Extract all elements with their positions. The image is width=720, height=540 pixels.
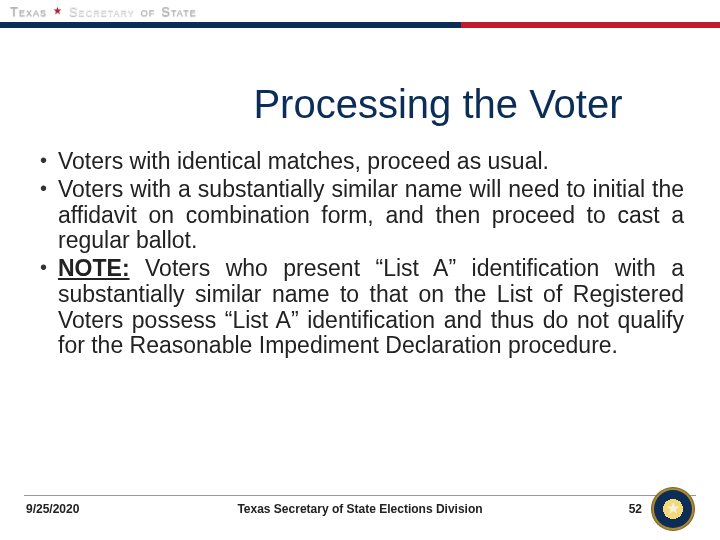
- brand-word-of: of: [141, 4, 156, 19]
- bullet-text: Voters with a substantially similar name…: [58, 176, 684, 254]
- brand-word-secretary: Secretary: [69, 4, 135, 19]
- seal-icon: [652, 488, 694, 530]
- bullet-text: Voters who present “List A” identificati…: [58, 255, 684, 358]
- header-accent-bar: [0, 22, 720, 28]
- slide: Texas ★ Secretary of State Processing th…: [0, 0, 720, 540]
- slide-header: Texas ★ Secretary of State: [0, 0, 720, 58]
- bullet-list: Voters with identical matches, proceed a…: [36, 149, 684, 359]
- bullet-item: Voters with identical matches, proceed a…: [36, 149, 684, 175]
- footer-org: Texas Secretary of State Elections Divis…: [0, 502, 720, 516]
- star-icon: ★: [53, 5, 63, 16]
- slide-footer: 9/25/2020 Texas Secretary of State Elect…: [0, 488, 720, 530]
- brand-word-texas: Texas: [10, 4, 47, 19]
- bullet-item: Voters with a substantially similar name…: [36, 177, 684, 254]
- slide-body: Voters with identical matches, proceed a…: [0, 143, 720, 540]
- brand-wordmark: Texas ★ Secretary of State: [10, 0, 197, 22]
- bullet-text: Voters with identical matches, proceed a…: [58, 148, 549, 174]
- bullet-item: NOTE: Voters who present “List A” identi…: [36, 256, 684, 359]
- brand-word-state: State: [161, 4, 196, 19]
- slide-title: Processing the Voter: [0, 58, 720, 143]
- note-label: NOTE:: [58, 255, 130, 281]
